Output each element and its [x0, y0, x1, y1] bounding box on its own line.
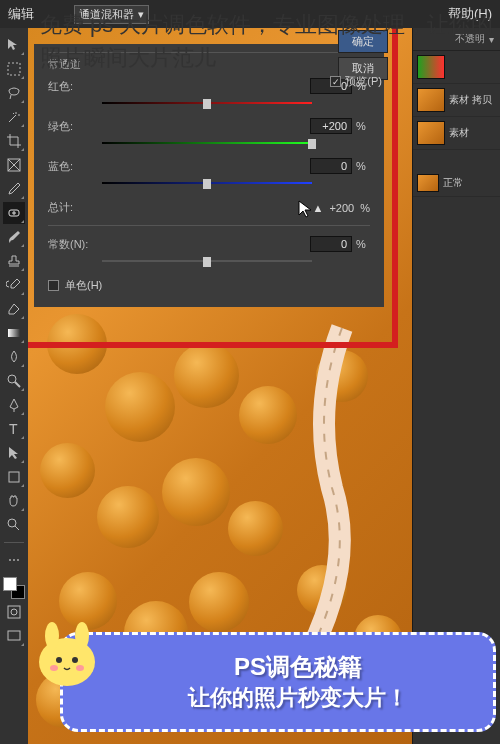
- hand-tool[interactable]: [3, 490, 25, 512]
- constant-slider[interactable]: [102, 254, 312, 268]
- channel-mixer-dialog: 确定 取消 预览(P) 常通道 红色: % 绿色: % 蓝色: % 总计: ▲ …: [34, 44, 384, 307]
- blue-label: 蓝色:: [48, 159, 102, 174]
- layer-row[interactable]: 素材: [413, 117, 500, 150]
- channel-header: 常通道: [48, 52, 370, 72]
- type-tool[interactable]: T: [3, 418, 25, 440]
- stamp-tool[interactable]: [3, 250, 25, 272]
- constant-input[interactable]: [310, 236, 352, 252]
- pen-tool[interactable]: [3, 394, 25, 416]
- checkbox-icon: [330, 76, 341, 87]
- svg-point-4: [8, 375, 16, 383]
- promo-banner: PS调色秘籍 让你的照片秒变大片！: [40, 632, 496, 732]
- wand-tool[interactable]: [3, 106, 25, 128]
- mouse-cursor-icon: [298, 200, 314, 220]
- svg-text:T: T: [9, 421, 18, 437]
- edit-toolbar[interactable]: ⋯: [3, 549, 25, 571]
- red-slider[interactable]: [102, 96, 312, 110]
- left-toolbar: T ⋯: [0, 28, 28, 744]
- preset-dropdown[interactable]: 通道混和器 ▾: [74, 5, 149, 24]
- layer-row[interactable]: [413, 51, 500, 84]
- svg-rect-3: [8, 329, 20, 337]
- banner-title: PS调色秘籍: [234, 651, 362, 683]
- green-label: 绿色:: [48, 119, 102, 134]
- path-select-tool[interactable]: [3, 442, 25, 464]
- svg-point-9: [11, 609, 17, 615]
- svg-rect-10: [8, 631, 20, 640]
- svg-point-15: [72, 657, 78, 663]
- gradient-tool[interactable]: [3, 322, 25, 344]
- svg-point-17: [76, 665, 84, 671]
- chevron-down-icon: ▾: [138, 8, 144, 21]
- warning-icon: ▲: [313, 202, 324, 214]
- healing-tool[interactable]: [3, 202, 25, 224]
- banner-subtitle: 让你的照片秒变大片！: [188, 683, 408, 713]
- layer-row[interactable]: 素材 拷贝: [413, 84, 500, 117]
- foreground-color[interactable]: [3, 577, 17, 591]
- svg-rect-0: [8, 63, 20, 75]
- green-input[interactable]: [310, 118, 352, 134]
- color-swatches[interactable]: [3, 577, 25, 599]
- checkbox-icon: [48, 280, 59, 291]
- svg-rect-6: [9, 472, 19, 482]
- menu-help[interactable]: 帮助(H): [448, 5, 492, 23]
- green-slider[interactable]: [102, 136, 312, 150]
- marquee-tool[interactable]: [3, 58, 25, 80]
- svg-point-14: [56, 657, 62, 663]
- svg-point-7: [8, 519, 16, 527]
- eyedropper-tool[interactable]: [3, 178, 25, 200]
- menu-edit[interactable]: 编辑: [8, 5, 34, 23]
- quickmask-tool[interactable]: [3, 601, 25, 623]
- monochrome-checkbox[interactable]: 单色(H): [48, 278, 370, 293]
- history-brush-tool[interactable]: [3, 274, 25, 296]
- total-label: 总计:: [48, 200, 102, 215]
- svg-point-16: [50, 665, 58, 671]
- shape-tool[interactable]: [3, 466, 25, 488]
- chevron-down-icon: ▾: [489, 34, 494, 45]
- svg-point-13: [75, 622, 89, 650]
- dodge-tool[interactable]: [3, 370, 25, 392]
- move-tool[interactable]: [3, 34, 25, 56]
- layer-thumbnail: [417, 55, 445, 79]
- history-row[interactable]: 正常: [413, 170, 500, 197]
- constant-label: 常数(N):: [48, 237, 102, 252]
- road-path: [262, 328, 382, 678]
- zoom-tool[interactable]: [3, 514, 25, 536]
- layer-thumbnail: [417, 88, 445, 112]
- eraser-tool[interactable]: [3, 298, 25, 320]
- crop-tool[interactable]: [3, 130, 25, 152]
- total-value: +200: [329, 202, 354, 214]
- blue-slider[interactable]: [102, 176, 312, 190]
- preview-checkbox[interactable]: 预览(P): [330, 74, 382, 89]
- opacity-control[interactable]: 不透明 ▾: [455, 32, 494, 46]
- screen-mode-tool[interactable]: [3, 625, 25, 647]
- ok-button[interactable]: 确定: [338, 30, 388, 53]
- svg-rect-8: [8, 606, 20, 618]
- frame-tool[interactable]: [3, 154, 25, 176]
- history-thumbnail: [417, 174, 439, 192]
- red-label: 红色:: [48, 79, 102, 94]
- blue-input[interactable]: [310, 158, 352, 174]
- menubar: 编辑 通道混和器 ▾ 帮助(H): [0, 0, 500, 28]
- blur-tool[interactable]: [3, 346, 25, 368]
- brush-tool[interactable]: [3, 226, 25, 248]
- svg-point-12: [45, 622, 59, 650]
- mascot-icon: [32, 620, 102, 690]
- lasso-tool[interactable]: [3, 82, 25, 104]
- layer-thumbnail: [417, 121, 445, 145]
